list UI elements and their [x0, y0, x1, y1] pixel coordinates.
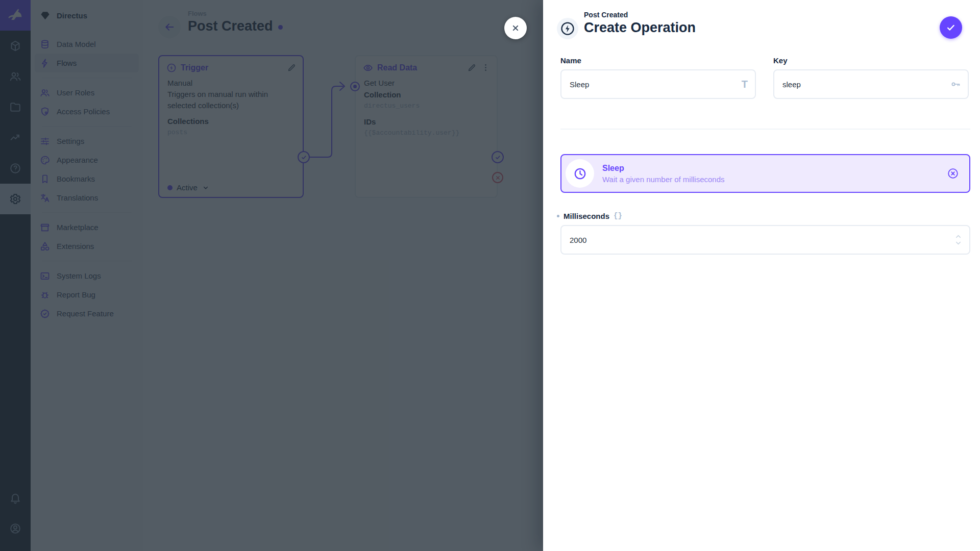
section-divider [560, 129, 970, 130]
drawer-breadcrumb: Post Created [584, 11, 628, 19]
name-input-box: T [560, 69, 756, 99]
name-label: Name [560, 56, 756, 64]
close-icon [510, 23, 521, 33]
operation-card-title: Sleep [602, 164, 725, 173]
operation-type-card-sleep[interactable]: Sleep Wait a given number of millisecond… [560, 154, 970, 193]
title-case-icon: T [742, 79, 748, 89]
milliseconds-label: Milliseconds [564, 212, 609, 220]
number-stepper [954, 234, 962, 246]
raw-value-braces-icon[interactable]: {} [614, 212, 622, 220]
circled-x-icon [947, 167, 959, 180]
operation-card-texts: Sleep Wait a given number of millisecond… [602, 164, 725, 184]
stepper-up-icon[interactable] [954, 234, 962, 239]
drawer-title: Create Operation [584, 20, 696, 36]
required-dot [557, 215, 559, 217]
drawer-dim-overlay[interactable] [0, 0, 543, 551]
key-field: Key [773, 56, 969, 99]
key-input-box [773, 69, 969, 99]
milliseconds-input-box [560, 225, 970, 255]
check-icon [945, 22, 957, 33]
stepper-down-icon[interactable] [954, 240, 962, 246]
name-field: Name T [560, 56, 756, 99]
milliseconds-input[interactable] [570, 236, 954, 244]
name-input[interactable] [570, 80, 742, 89]
deselect-operation-button[interactable] [947, 167, 959, 180]
create-operation-drawer: Post Created Create Operation Name T Key [543, 0, 980, 551]
milliseconds-field: Milliseconds {} [560, 212, 970, 255]
key-icon [950, 79, 961, 89]
clock-icon [566, 159, 594, 188]
drawer-close-button[interactable] [504, 17, 527, 39]
circled-bolt-icon [560, 21, 575, 36]
save-button[interactable] [940, 16, 962, 39]
key-input[interactable] [782, 80, 950, 89]
key-label: Key [773, 56, 969, 64]
directus-app: Directus Data Model Flows User Roles Acc… [0, 0, 980, 551]
drawer-header-icon [557, 18, 578, 39]
milliseconds-label-row: Milliseconds {} [560, 212, 970, 220]
operation-card-description: Wait a given number of milliseconds [602, 175, 725, 184]
